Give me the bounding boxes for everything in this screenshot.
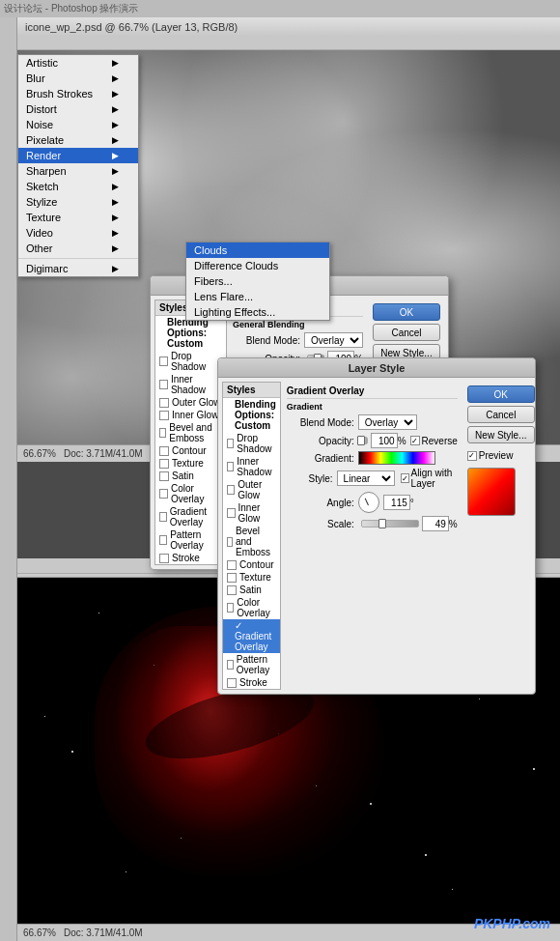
drop-shadow-1[interactable]: Drop Shadow xyxy=(155,350,226,373)
color-overlay-1[interactable]: Color Overlay xyxy=(155,482,226,505)
gradient-overlay-1[interactable]: Gradient Overlay xyxy=(155,505,226,528)
pattern-overlay-2[interactable]: Pattern Overlay xyxy=(223,653,280,676)
menu-render[interactable]: Render ▶ xyxy=(18,148,138,163)
contour-checkbox-2[interactable] xyxy=(227,560,237,570)
menu-video[interactable]: Video ▶ xyxy=(18,225,138,241)
gradient-overlay-title: Gradient Overlay xyxy=(287,385,458,399)
outer-glow-checkbox-1[interactable] xyxy=(159,398,169,408)
contour-checkbox-1[interactable] xyxy=(159,446,169,456)
scale-slider[interactable] xyxy=(361,520,419,528)
submenu-difference-clouds[interactable]: Difference Clouds xyxy=(186,258,329,273)
gradient-overlay-item-2[interactable]: ✓ Gradient Overlay xyxy=(223,619,280,653)
satin-checkbox-2[interactable] xyxy=(227,585,237,595)
submenu-lighting-effects[interactable]: Lighting Effects... xyxy=(186,304,329,320)
menu-stylize[interactable]: Stylize ▶ xyxy=(18,194,138,210)
opacity-slider-2[interactable] xyxy=(361,437,368,444)
cancel-button-2[interactable]: Cancel xyxy=(467,406,535,423)
stroke-1[interactable]: Stroke xyxy=(155,552,226,564)
inner-shadow-2[interactable]: Inner Shadow xyxy=(223,455,280,478)
inner-shadow-checkbox-1[interactable] xyxy=(159,380,168,389)
stroke-2[interactable]: Stroke xyxy=(223,676,280,689)
outer-glow-checkbox-2[interactable] xyxy=(227,485,235,495)
drop-shadow-2[interactable]: Drop Shadow xyxy=(223,432,280,455)
opacity-thumb-2[interactable] xyxy=(357,436,365,445)
submenu-fibers[interactable]: Fibers... xyxy=(186,273,329,289)
blend-mode-row-2: Blend Mode: Overlay xyxy=(287,414,458,430)
arrow-icon: ▶ xyxy=(112,89,119,99)
angle-label: Angle: xyxy=(287,498,354,508)
blend-mode-select-1[interactable]: Overlay xyxy=(304,332,363,348)
pattern-overlay-checkbox-1[interactable] xyxy=(159,535,167,545)
ok-button-2[interactable]: OK xyxy=(467,385,535,403)
canvas-upper-title-bar: icone_wp_2.psd @ 66.7% (Layer 13, RGB/8) xyxy=(17,17,560,37)
inner-glow-checkbox-2[interactable] xyxy=(227,508,236,518)
arrow-icon: ▶ xyxy=(112,166,119,176)
blending-options-item-1[interactable]: Blending Options: Custom xyxy=(155,316,226,350)
gradient-swatch[interactable] xyxy=(358,451,435,465)
contour-1[interactable]: Contour xyxy=(155,444,226,457)
color-overlay-checkbox-2[interactable] xyxy=(227,603,234,613)
color-overlay-2[interactable]: Color Overlay xyxy=(223,596,280,619)
texture-1[interactable]: Texture xyxy=(155,457,226,470)
texture-2[interactable]: Texture xyxy=(223,571,280,584)
texture-checkbox-1[interactable] xyxy=(159,459,169,469)
inner-glow-checkbox-1[interactable] xyxy=(159,411,169,420)
blend-mode-select-2[interactable]: Overlay xyxy=(358,414,417,430)
satin-1[interactable]: Satin xyxy=(155,470,226,482)
menu-sketch[interactable]: Sketch ▶ xyxy=(18,179,138,194)
angle-input[interactable] xyxy=(383,495,410,510)
outer-glow-1[interactable]: Outer Glow xyxy=(155,396,226,409)
arrow-icon: ▶ xyxy=(112,197,119,207)
bevel-emboss-checkbox-1[interactable] xyxy=(159,428,166,438)
submenu-lens-flare[interactable]: Lens Flare... xyxy=(186,289,329,304)
inner-shadow-checkbox-2[interactable] xyxy=(227,462,234,471)
preview-checkbox-2[interactable] xyxy=(467,451,477,461)
menu-brush-strokes[interactable]: Brush Strokes ▶ xyxy=(18,86,138,101)
menu-pixelate[interactable]: Pixelate ▶ xyxy=(18,132,138,148)
scale-input[interactable] xyxy=(422,516,449,531)
outer-glow-2[interactable]: Outer Glow xyxy=(223,478,280,501)
blending-options-item-2[interactable]: Blending Options: Custom xyxy=(223,398,280,432)
stroke-checkbox-2[interactable] xyxy=(227,678,237,688)
drop-shadow-checkbox-2[interactable] xyxy=(227,439,234,448)
cancel-button-1[interactable]: Cancel xyxy=(373,324,440,341)
align-checkbox[interactable] xyxy=(401,473,409,483)
menu-other[interactable]: Other ▶ xyxy=(18,241,138,256)
reverse-checkbox[interactable] xyxy=(410,436,420,445)
scale-label: Scale: xyxy=(287,519,354,529)
drop-shadow-checkbox-1[interactable] xyxy=(159,356,168,366)
menu-digimarc[interactable]: Digimarc ▶ xyxy=(18,261,138,276)
menu-blur[interactable]: Blur ▶ xyxy=(18,71,138,86)
menu-distort[interactable]: Distort ▶ xyxy=(18,101,138,117)
contour-2[interactable]: Contour xyxy=(223,558,280,571)
align-label: Align with Layer xyxy=(411,468,458,489)
menu-noise[interactable]: Noise ▶ xyxy=(18,117,138,132)
menu-sharpen[interactable]: Sharpen ▶ xyxy=(18,163,138,179)
inner-glow-1[interactable]: Inner Glow xyxy=(155,409,226,421)
opacity-input-2[interactable] xyxy=(371,433,398,448)
blend-mode-label-2: Blend Mode: xyxy=(287,417,354,428)
menu-artistic[interactable]: Artistic ▶ xyxy=(18,55,138,71)
submenu-clouds[interactable]: Clouds xyxy=(186,242,329,258)
menu-texture[interactable]: Texture ▶ xyxy=(18,210,138,225)
inner-shadow-1[interactable]: Inner Shadow xyxy=(155,373,226,396)
bevel-emboss-1[interactable]: Bevel and Emboss xyxy=(155,421,226,444)
stroke-checkbox-1[interactable] xyxy=(159,554,169,563)
style-select[interactable]: Linear xyxy=(337,470,395,486)
pattern-overlay-checkbox-2[interactable] xyxy=(227,660,234,670)
angle-dial[interactable] xyxy=(358,492,379,513)
ok-button-1[interactable]: OK xyxy=(373,303,440,321)
new-style-button-2[interactable]: New Style... xyxy=(467,426,535,443)
gradient-overlay-checkbox-1[interactable] xyxy=(159,512,167,522)
satin-2[interactable]: Satin xyxy=(223,584,280,596)
bevel-emboss-2[interactable]: Bevel and Emboss xyxy=(223,525,280,558)
bevel-emboss-checkbox-2[interactable] xyxy=(227,537,233,547)
scale-thumb[interactable] xyxy=(378,519,386,528)
inner-glow-2[interactable]: Inner Glow xyxy=(223,501,280,525)
pattern-overlay-1[interactable]: Pattern Overlay xyxy=(155,528,226,552)
color-overlay-checkbox-1[interactable] xyxy=(159,489,168,499)
arrow-icon: ▶ xyxy=(112,58,119,68)
texture-checkbox-2[interactable] xyxy=(227,573,237,583)
zoom-upper: 66.67% xyxy=(23,448,56,459)
satin-checkbox-1[interactable] xyxy=(159,471,169,481)
